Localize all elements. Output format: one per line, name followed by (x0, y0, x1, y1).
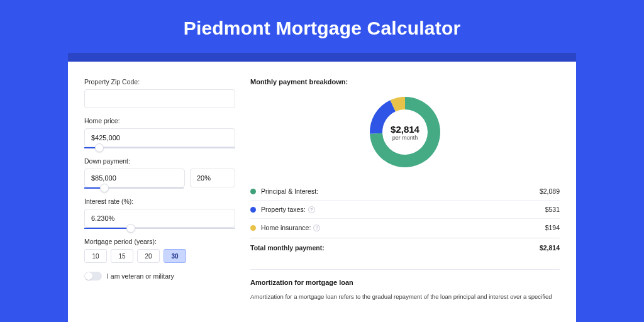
mortgage-period-label: Mortgage period (years): (84, 238, 235, 245)
legend-value: $194 (545, 224, 560, 231)
mortgage-period-option-30[interactable]: 30 (164, 249, 186, 263)
info-icon[interactable]: ? (313, 225, 320, 231)
down-payment-slider-thumb[interactable] (100, 184, 109, 192)
interest-rate-label: Interest rate (%): (84, 197, 235, 205)
total-label: Total monthly payment: (250, 244, 540, 252)
down-payment-amount-input[interactable] (84, 169, 185, 187)
down-payment-label: Down payment: (84, 157, 235, 165)
legend-dot-green (250, 189, 256, 194)
zip-input[interactable] (84, 89, 235, 108)
home-price-field: Home price: (84, 117, 235, 148)
legend-dot-yellow (250, 225, 256, 231)
home-price-slider-thumb[interactable] (95, 143, 104, 152)
breakdown-title: Monthly payment breakdown: (250, 78, 560, 86)
legend-row-blue: Property taxes: ?$531 (250, 200, 560, 218)
legend-label: Property taxes: ? (261, 206, 545, 213)
legend-label: Principal & Interest: (261, 187, 540, 195)
legend-value: $531 (545, 206, 560, 213)
donut-chart-wrap: $2,814 per month (250, 94, 560, 170)
inputs-column: Property Zip Code: Home price: Down paym… (84, 78, 235, 322)
down-payment-slider[interactable] (84, 187, 184, 189)
breakdown-legend: Principal & Interest:$2,089Property taxe… (250, 182, 560, 236)
interest-rate-slider[interactable] (84, 228, 235, 229)
legend-row-yellow: Home insurance: ?$194 (250, 218, 560, 236)
home-price-slider[interactable] (84, 147, 235, 148)
info-icon[interactable]: ? (308, 206, 315, 213)
amortization-block: Amortization for mortgage loan Amortizat… (250, 269, 560, 301)
donut-sub: per month (391, 135, 419, 141)
mortgage-period-option-15[interactable]: 15 (111, 249, 133, 263)
down-payment-field: Down payment: (84, 157, 235, 189)
mortgage-period-field: Mortgage period (years): 10152030 (84, 238, 235, 263)
mortgage-period-option-10[interactable]: 10 (84, 249, 107, 263)
interest-rate-slider-thumb[interactable] (126, 224, 135, 233)
total-row: Total monthly payment: $2,814 (250, 238, 560, 257)
veteran-row: I am veteran or military (84, 272, 235, 280)
down-payment-pct-input[interactable] (190, 169, 235, 187)
legend-value: $2,089 (540, 187, 560, 195)
home-price-input[interactable] (84, 128, 235, 147)
donut-center: $2,814 per month (391, 124, 419, 141)
donut-chart: $2,814 per month (367, 94, 443, 170)
interest-rate-field: Interest rate (%): (84, 197, 235, 229)
results-column: Monthly payment breakdown: $2,814 per mo… (250, 78, 560, 322)
total-value: $2,814 (540, 244, 560, 252)
legend-row-green: Principal & Interest:$2,089 (250, 182, 560, 200)
calculator-card: Property Zip Code: Home price: Down paym… (68, 62, 576, 322)
veteran-label: I am veteran or military (107, 272, 174, 280)
zip-field: Property Zip Code: (84, 78, 235, 108)
page-title: Piedmont Mortgage Calculator (0, 0, 644, 53)
interest-rate-input[interactable] (84, 209, 235, 228)
legend-dot-blue (250, 207, 256, 213)
mortgage-period-option-20[interactable]: 20 (137, 249, 160, 263)
veteran-toggle[interactable] (84, 272, 102, 280)
legend-label: Home insurance: ? (261, 224, 545, 231)
amortization-text: Amortization for a mortgage loan refers … (250, 292, 560, 301)
amortization-title: Amortization for mortgage loan (250, 279, 560, 286)
header-stripe (68, 53, 576, 62)
zip-label: Property Zip Code: (84, 78, 235, 86)
donut-amount: $2,814 (391, 124, 419, 135)
home-price-label: Home price: (84, 117, 235, 125)
mortgage-period-options: 10152030 (84, 249, 235, 263)
